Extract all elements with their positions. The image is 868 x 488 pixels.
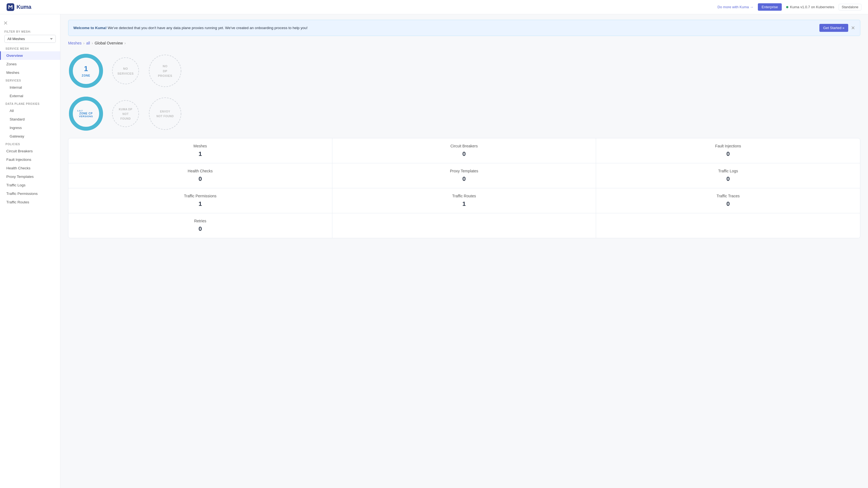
sidebar-item-traffic-permissions[interactable]: Traffic Permissions <box>0 189 60 198</box>
sidebar-circuit-breakers-text: Circuit Breakers <box>6 149 33 153</box>
mesh-filter-select[interactable]: All Meshes default <box>4 35 56 43</box>
sidebar-item-overview[interactable]: Overview <box>0 51 60 60</box>
kuma-dp-container: KUMA DPNOT FOUND <box>111 99 141 129</box>
stat-traffic-routes: Traffic Routes 1 <box>332 188 596 213</box>
breadcrumb: Meshes › all › Global Overview › <box>60 36 868 47</box>
no-dp-proxies-container: NODP PROXIES <box>147 53 183 89</box>
stat-retries: Retries 0 <box>68 213 332 238</box>
stat-circuit-breakers: Circuit Breakers 0 <box>332 138 596 163</box>
breadcrumb-sep2: › <box>92 41 93 45</box>
stat-traffic-logs-label: Traffic Logs <box>603 169 854 173</box>
stat-proxy-templates-value: 0 <box>339 175 589 183</box>
sidebar-item-gateway[interactable]: Gateway <box>0 132 60 140</box>
breadcrumb-sep3: › <box>124 41 126 45</box>
sidebar: ✕ FILTER BY MESH: All Meshes default SER… <box>0 14 60 488</box>
sidebar-gateway-text: Gateway <box>10 134 24 138</box>
sidebar-item-traffic-routes[interactable]: Traffic Routes <box>0 198 60 206</box>
stat-retries-label: Retries <box>75 219 326 223</box>
stats-row-3: Traffic Permissions 1 Traffic Routes 1 T… <box>68 188 860 213</box>
enterprise-button[interactable]: Enterprise <box>758 3 782 11</box>
sidebar-traffic-permissions-text: Traffic Permissions <box>6 192 38 196</box>
stat-health-checks-value: 0 <box>75 175 326 183</box>
stat-traffic-permissions-label: Traffic Permissions <box>75 194 326 198</box>
sidebar-item-meshes[interactable]: Meshes <box>0 68 60 77</box>
sidebar-ingress-text: Ingress <box>10 126 22 130</box>
envoy-container: ENVOYNOT FOUND <box>147 96 183 131</box>
sidebar-item-all[interactable]: All <box>0 106 60 115</box>
banner-welcome-label: Welcome to Kuma! <box>73 26 106 30</box>
sidebar-meshes-text: Meshes <box>6 70 19 75</box>
stat-meshes-label: Meshes <box>75 144 326 148</box>
breadcrumb-sep1: › <box>83 41 85 45</box>
content-area: 1 ZONE NOSERVICES <box>60 47 868 246</box>
sidebar-internal-text: Internal <box>10 85 22 90</box>
stat-traffic-routes-label: Traffic Routes <box>339 194 589 198</box>
stat-proxy-templates-label: Proxy Templates <box>339 169 589 173</box>
banner-close-button[interactable]: ✕ <box>851 25 855 31</box>
sidebar-item-circuit-breakers[interactable]: Circuit Breakers <box>0 147 60 155</box>
circles-section: 1 ZONE NOSERVICES <box>68 47 860 93</box>
zone-num: 1 <box>82 65 90 73</box>
collapse-icon[interactable]: ✕ <box>3 20 8 26</box>
banner-text: Welcome to Kuma! We've detected that you… <box>73 26 817 30</box>
stat-health-checks: Health Checks 0 <box>68 163 332 188</box>
sidebar-item-traffic-logs[interactable]: Traffic Logs <box>0 181 60 189</box>
stat-meshes-value: 1 <box>75 151 326 158</box>
stat-circuit-breakers-value: 0 <box>339 151 589 158</box>
zone-circle-container: 1 ZONE <box>68 53 104 89</box>
breadcrumb-meshes[interactable]: Meshes <box>68 41 82 45</box>
sidebar-proxy-templates-text: Proxy Templates <box>6 174 34 179</box>
stat-meshes: Meshes 1 <box>68 138 332 163</box>
sidebar-standard-text: Standard <box>10 117 25 121</box>
sidebar-item-external[interactable]: External <box>0 92 60 100</box>
standalone-badge: Standalone <box>839 4 861 10</box>
sidebar-item-ingress[interactable]: Ingress <box>0 124 60 132</box>
zone-circle-label: 1 ZONE <box>82 65 90 77</box>
kuma-logo-icon <box>7 3 14 11</box>
sidebar-item-fault-injections[interactable]: Fault Injections <box>0 155 60 164</box>
stat-fault-injections-value: 0 <box>603 151 854 158</box>
services-label: SERVICES <box>0 77 60 83</box>
service-mesh-label: SERVICE MESH <box>0 45 60 51</box>
filter-section: FILTER BY MESH: All Meshes default <box>0 27 60 45</box>
sidebar-item-zones[interactable]: Zones <box>0 60 60 68</box>
sidebar-item-standard[interactable]: Standard <box>0 115 60 124</box>
stat-circuit-breakers-label: Circuit Breakers <box>339 144 589 148</box>
get-started-button[interactable]: Get Started » <box>819 24 848 32</box>
stat-traffic-traces: Traffic Traces 0 <box>596 188 860 213</box>
stats-row-1: Meshes 1 Circuit Breakers 0 Fault Inject… <box>68 138 860 163</box>
breadcrumb-all[interactable]: all <box>86 41 90 45</box>
stat-fault-injections: Fault Injections 0 <box>596 138 860 163</box>
stat-proxy-templates: Proxy Templates 0 <box>332 163 596 188</box>
stat-retries-value: 0 <box>75 225 326 232</box>
stats-grid: Meshes 1 Circuit Breakers 0 Fault Inject… <box>68 138 860 238</box>
sidebar-fault-injections-text: Fault Injections <box>6 158 31 162</box>
topnav-right: Do more with Kuma → Enterprise Kuma v1.0… <box>717 3 861 11</box>
envoy-label: ENVOYNOT FOUND <box>156 109 174 118</box>
zone-cp-label: 1.0.7 ZONE CP VERSIONS <box>79 109 93 118</box>
zone-cp-container: 1.0.7 ZONE CP VERSIONS <box>68 96 104 131</box>
sidebar-item-health-checks[interactable]: Health Checks <box>0 164 60 172</box>
stats-row-4: Retries 0 <box>68 213 860 238</box>
sidebar-item-proxy-templates[interactable]: Proxy Templates <box>0 172 60 181</box>
stat-fault-injections-label: Fault Injections <box>603 144 854 148</box>
welcome-banner: Welcome to Kuma! We've detected that you… <box>68 20 860 36</box>
no-dp-proxies-label: NODP PROXIES <box>156 64 174 78</box>
kuma-dp-label: KUMA DPNOT FOUND <box>118 107 133 121</box>
status-dot <box>786 6 788 8</box>
kuma-dp-text: KUMA DPNOT FOUND <box>119 108 132 120</box>
stats-row-2: Health Checks 0 Proxy Templates 0 Traffi… <box>68 163 860 188</box>
dp-proxies-label: DATA PLANE PROXIES <box>0 100 60 106</box>
do-more-link[interactable]: Do more with Kuma → <box>717 5 753 9</box>
stat-health-checks-label: Health Checks <box>75 169 326 173</box>
sidebar-health-checks-text: Health Checks <box>6 166 30 170</box>
stat-empty-1 <box>332 213 596 238</box>
circles-section-2: 1.0.7 ZONE CP VERSIONS KUMA DPNOT FOUND <box>68 90 860 136</box>
sidebar-traffic-routes-text: Traffic Routes <box>6 200 29 204</box>
topnav: Kuma Do more with Kuma → Enterprise Kuma… <box>0 0 868 14</box>
sidebar-item-internal[interactable]: Internal <box>0 83 60 92</box>
logo-area: Kuma <box>7 3 31 11</box>
stat-traffic-traces-label: Traffic Traces <box>603 194 854 198</box>
logo-text: Kuma <box>17 4 31 10</box>
sidebar-zones-text: Zones <box>6 62 17 66</box>
